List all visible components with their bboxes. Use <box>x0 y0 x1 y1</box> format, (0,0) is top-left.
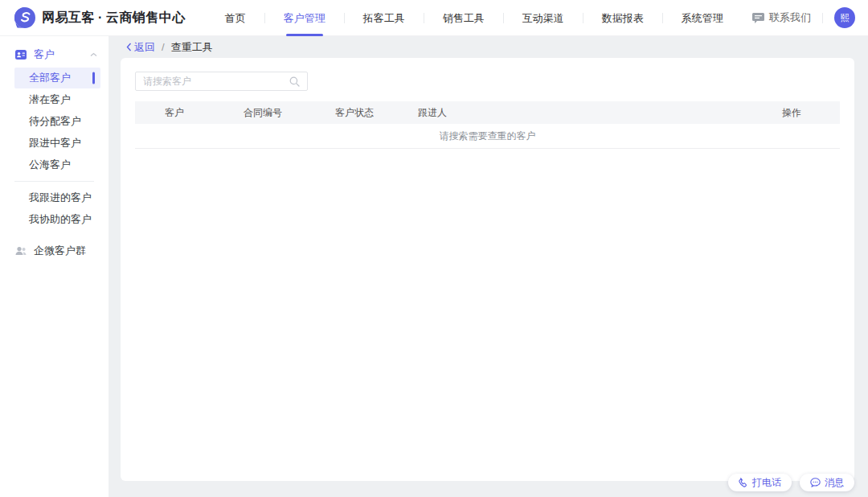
make-call-label: 打电话 <box>752 476 781 490</box>
sidebar-item-unassigned-customers[interactable]: 待分配客户 <box>14 111 100 132</box>
header-separator <box>822 13 823 23</box>
nav-system-management[interactable]: 系统管理 <box>663 0 742 36</box>
sidebar-item-all-customers[interactable]: 全部客户 <box>14 68 100 88</box>
sidebar-group-customer[interactable]: 客户 <box>0 43 108 67</box>
nav-sales-tools[interactable]: 销售工具 <box>424 0 503 36</box>
nav-customer-management[interactable]: 客户管理 <box>265 0 344 36</box>
contact-us-button[interactable]: 联系我们 <box>752 10 811 25</box>
sidebar-group-wechat-label: 企微客户群 <box>34 244 86 258</box>
column-header-follower: 跟进人 <box>418 106 760 120</box>
sidebar-group-wechat-customer-groups[interactable]: 企微客户群 <box>0 239 108 263</box>
sidebar-divider <box>14 181 94 182</box>
customer-search-input[interactable] <box>136 76 289 87</box>
sidebar-group-customer-label: 客户 <box>34 47 55 62</box>
breadcrumb: 返回 / 查重工具 <box>108 36 868 58</box>
nav-data-reports[interactable]: 数据报表 <box>583 0 662 36</box>
floating-actions: 打电话 消息 <box>728 474 854 491</box>
header-right: 联系我们 熙 <box>752 7 855 28</box>
back-label: 返回 <box>134 40 155 55</box>
chevron-up-icon <box>90 52 97 57</box>
nav-interaction-channels[interactable]: 互动渠道 <box>504 0 583 36</box>
nav-home[interactable]: 首页 <box>207 0 264 36</box>
empty-state-text: 请搜索需要查重的客户 <box>440 129 536 143</box>
contact-us-label: 联系我们 <box>769 10 811 25</box>
make-call-button[interactable]: 打电话 <box>728 474 792 491</box>
app-title: 网易互客·云商销售中心 <box>42 10 186 27</box>
main-nav: 首页 客户管理 拓客工具 销售工具 互动渠道 数据报表 系统管理 <box>207 0 742 36</box>
table-header-row: 客户 合同编号 客户状态 跟进人 操作 <box>135 101 840 124</box>
table-empty-state: 请搜索需要查重的客户 <box>135 124 840 149</box>
sidebar-item-potential-customers[interactable]: 潜在客户 <box>14 89 100 110</box>
search-icon[interactable] <box>289 76 300 87</box>
dedup-results-table: 客户 合同编号 客户状态 跟进人 操作 请搜索需要查重的客户 <box>135 101 840 149</box>
logo-dot: · <box>98 10 103 24</box>
sidebar: 客户 全部客户 潜在客户 待分配客户 跟进中客户 公海客户 我跟进的客户 我协助… <box>0 36 108 497</box>
content-area: 返回 / 查重工具 客户 <box>108 36 868 497</box>
app-logo: 网易互客·云商销售中心 <box>14 7 186 28</box>
contact-bubble-icon <box>752 13 764 23</box>
sidebar-item-public-pool-customers[interactable]: 公海客户 <box>14 154 100 175</box>
customer-group-icon <box>14 48 27 61</box>
nav-prospecting-tools[interactable]: 拓客工具 <box>345 0 424 36</box>
sidebar-item-my-followed-customers[interactable]: 我跟进的客户 <box>14 187 100 208</box>
column-header-customer-status: 客户状态 <box>335 106 418 120</box>
sidebar-item-my-assisted-customers[interactable]: 我协助的客户 <box>14 209 100 230</box>
chevron-left-icon <box>126 43 132 51</box>
message-icon <box>810 478 821 487</box>
column-header-contract-number: 合同编号 <box>244 106 335 120</box>
messages-label: 消息 <box>825 476 844 490</box>
top-header: 网易互客·云商销售中心 首页 客户管理 拓客工具 销售工具 互动渠道 数据报表 … <box>0 0 868 36</box>
search-row <box>121 58 854 101</box>
column-header-customer: 客户 <box>135 106 244 120</box>
phone-icon <box>739 478 748 487</box>
sidebar-gap <box>0 231 108 239</box>
wechat-groups-icon <box>14 244 27 257</box>
dedup-tool-card: 客户 合同编号 客户状态 跟进人 操作 请搜索需要查重的客户 <box>121 58 854 481</box>
breadcrumb-separator: / <box>162 41 165 53</box>
customer-search-box <box>135 72 308 91</box>
column-header-actions: 操作 <box>760 106 840 120</box>
user-avatar[interactable]: 熙 <box>834 7 855 28</box>
sidebar-item-following-customers[interactable]: 跟进中客户 <box>14 133 100 154</box>
huke-logo-icon <box>14 7 35 28</box>
back-link[interactable]: 返回 <box>126 40 155 55</box>
page-title: 查重工具 <box>171 40 213 55</box>
messages-button[interactable]: 消息 <box>800 474 854 491</box>
